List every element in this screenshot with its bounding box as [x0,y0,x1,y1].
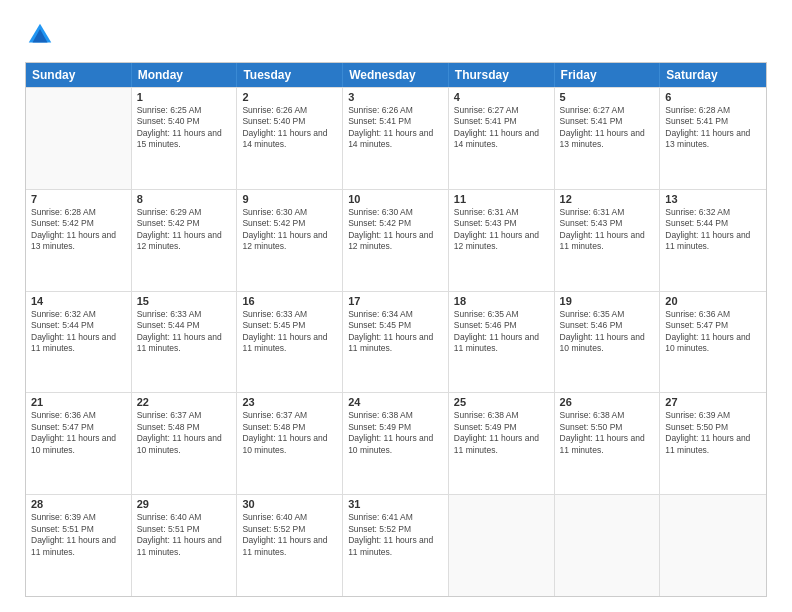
day-info: Sunrise: 6:39 AM Sunset: 5:51 PM Dayligh… [31,512,126,558]
day-info: Sunrise: 6:30 AM Sunset: 5:42 PM Dayligh… [348,207,443,253]
day-info: Sunrise: 6:35 AM Sunset: 5:46 PM Dayligh… [560,309,655,355]
cal-cell: 7Sunrise: 6:28 AM Sunset: 5:42 PM Daylig… [26,190,132,291]
cal-cell: 20Sunrise: 6:36 AM Sunset: 5:47 PM Dayli… [660,292,766,393]
cal-cell: 22Sunrise: 6:37 AM Sunset: 5:48 PM Dayli… [132,393,238,494]
day-number: 18 [454,295,549,307]
day-number: 19 [560,295,655,307]
day-number: 31 [348,498,443,510]
day-info: Sunrise: 6:27 AM Sunset: 5:41 PM Dayligh… [454,105,549,151]
cal-cell [555,495,661,596]
cal-cell: 14Sunrise: 6:32 AM Sunset: 5:44 PM Dayli… [26,292,132,393]
day-info: Sunrise: 6:38 AM Sunset: 5:49 PM Dayligh… [348,410,443,456]
day-number: 12 [560,193,655,205]
day-info: Sunrise: 6:26 AM Sunset: 5:40 PM Dayligh… [242,105,337,151]
day-number: 1 [137,91,232,103]
cal-cell: 16Sunrise: 6:33 AM Sunset: 5:45 PM Dayli… [237,292,343,393]
day-info: Sunrise: 6:38 AM Sunset: 5:50 PM Dayligh… [560,410,655,456]
header-cell-sunday: Sunday [26,63,132,87]
day-info: Sunrise: 6:38 AM Sunset: 5:49 PM Dayligh… [454,410,549,456]
day-info: Sunrise: 6:28 AM Sunset: 5:41 PM Dayligh… [665,105,761,151]
day-number: 21 [31,396,126,408]
calendar-header: SundayMondayTuesdayWednesdayThursdayFrid… [26,63,766,87]
day-info: Sunrise: 6:31 AM Sunset: 5:43 PM Dayligh… [454,207,549,253]
day-number: 10 [348,193,443,205]
cal-cell: 29Sunrise: 6:40 AM Sunset: 5:51 PM Dayli… [132,495,238,596]
day-number: 28 [31,498,126,510]
cal-cell: 10Sunrise: 6:30 AM Sunset: 5:42 PM Dayli… [343,190,449,291]
cal-cell: 24Sunrise: 6:38 AM Sunset: 5:49 PM Dayli… [343,393,449,494]
day-number: 29 [137,498,232,510]
day-info: Sunrise: 6:28 AM Sunset: 5:42 PM Dayligh… [31,207,126,253]
day-number: 25 [454,396,549,408]
day-number: 2 [242,91,337,103]
calendar-row-4: 28Sunrise: 6:39 AM Sunset: 5:51 PM Dayli… [26,494,766,596]
cal-cell: 4Sunrise: 6:27 AM Sunset: 5:41 PM Daylig… [449,88,555,189]
day-info: Sunrise: 6:26 AM Sunset: 5:41 PM Dayligh… [348,105,443,151]
cal-cell: 28Sunrise: 6:39 AM Sunset: 5:51 PM Dayli… [26,495,132,596]
calendar: SundayMondayTuesdayWednesdayThursdayFrid… [25,62,767,597]
day-info: Sunrise: 6:34 AM Sunset: 5:45 PM Dayligh… [348,309,443,355]
page: SundayMondayTuesdayWednesdayThursdayFrid… [0,0,792,612]
cal-cell: 31Sunrise: 6:41 AM Sunset: 5:52 PM Dayli… [343,495,449,596]
header [25,20,767,50]
day-number: 14 [31,295,126,307]
logo [25,20,59,50]
cal-cell: 3Sunrise: 6:26 AM Sunset: 5:41 PM Daylig… [343,88,449,189]
day-info: Sunrise: 6:27 AM Sunset: 5:41 PM Dayligh… [560,105,655,151]
header-cell-wednesday: Wednesday [343,63,449,87]
cal-cell [26,88,132,189]
day-info: Sunrise: 6:33 AM Sunset: 5:45 PM Dayligh… [242,309,337,355]
day-info: Sunrise: 6:41 AM Sunset: 5:52 PM Dayligh… [348,512,443,558]
day-number: 24 [348,396,443,408]
day-info: Sunrise: 6:31 AM Sunset: 5:43 PM Dayligh… [560,207,655,253]
day-number: 15 [137,295,232,307]
day-number: 26 [560,396,655,408]
calendar-row-3: 21Sunrise: 6:36 AM Sunset: 5:47 PM Dayli… [26,392,766,494]
day-number: 22 [137,396,232,408]
cal-cell: 25Sunrise: 6:38 AM Sunset: 5:49 PM Dayli… [449,393,555,494]
day-number: 7 [31,193,126,205]
calendar-row-2: 14Sunrise: 6:32 AM Sunset: 5:44 PM Dayli… [26,291,766,393]
day-info: Sunrise: 6:40 AM Sunset: 5:52 PM Dayligh… [242,512,337,558]
cal-cell [660,495,766,596]
day-info: Sunrise: 6:40 AM Sunset: 5:51 PM Dayligh… [137,512,232,558]
day-number: 13 [665,193,761,205]
cal-cell: 1Sunrise: 6:25 AM Sunset: 5:40 PM Daylig… [132,88,238,189]
day-number: 4 [454,91,549,103]
day-info: Sunrise: 6:37 AM Sunset: 5:48 PM Dayligh… [242,410,337,456]
day-info: Sunrise: 6:25 AM Sunset: 5:40 PM Dayligh… [137,105,232,151]
cal-cell: 17Sunrise: 6:34 AM Sunset: 5:45 PM Dayli… [343,292,449,393]
day-number: 3 [348,91,443,103]
calendar-body: 1Sunrise: 6:25 AM Sunset: 5:40 PM Daylig… [26,87,766,596]
day-info: Sunrise: 6:36 AM Sunset: 5:47 PM Dayligh… [31,410,126,456]
day-info: Sunrise: 6:29 AM Sunset: 5:42 PM Dayligh… [137,207,232,253]
day-number: 11 [454,193,549,205]
cal-cell: 21Sunrise: 6:36 AM Sunset: 5:47 PM Dayli… [26,393,132,494]
calendar-row-1: 7Sunrise: 6:28 AM Sunset: 5:42 PM Daylig… [26,189,766,291]
cal-cell: 15Sunrise: 6:33 AM Sunset: 5:44 PM Dayli… [132,292,238,393]
cal-cell: 12Sunrise: 6:31 AM Sunset: 5:43 PM Dayli… [555,190,661,291]
cal-cell: 30Sunrise: 6:40 AM Sunset: 5:52 PM Dayli… [237,495,343,596]
day-info: Sunrise: 6:32 AM Sunset: 5:44 PM Dayligh… [665,207,761,253]
day-info: Sunrise: 6:30 AM Sunset: 5:42 PM Dayligh… [242,207,337,253]
header-cell-tuesday: Tuesday [237,63,343,87]
logo-icon [25,20,55,50]
cal-cell [449,495,555,596]
header-cell-saturday: Saturday [660,63,766,87]
day-number: 27 [665,396,761,408]
cal-cell: 6Sunrise: 6:28 AM Sunset: 5:41 PM Daylig… [660,88,766,189]
day-number: 16 [242,295,337,307]
day-number: 6 [665,91,761,103]
cal-cell: 26Sunrise: 6:38 AM Sunset: 5:50 PM Dayli… [555,393,661,494]
header-cell-monday: Monday [132,63,238,87]
day-info: Sunrise: 6:33 AM Sunset: 5:44 PM Dayligh… [137,309,232,355]
cal-cell: 9Sunrise: 6:30 AM Sunset: 5:42 PM Daylig… [237,190,343,291]
day-info: Sunrise: 6:32 AM Sunset: 5:44 PM Dayligh… [31,309,126,355]
cal-cell: 23Sunrise: 6:37 AM Sunset: 5:48 PM Dayli… [237,393,343,494]
cal-cell: 18Sunrise: 6:35 AM Sunset: 5:46 PM Dayli… [449,292,555,393]
cal-cell: 8Sunrise: 6:29 AM Sunset: 5:42 PM Daylig… [132,190,238,291]
cal-cell: 11Sunrise: 6:31 AM Sunset: 5:43 PM Dayli… [449,190,555,291]
day-info: Sunrise: 6:35 AM Sunset: 5:46 PM Dayligh… [454,309,549,355]
cal-cell: 19Sunrise: 6:35 AM Sunset: 5:46 PM Dayli… [555,292,661,393]
calendar-row-0: 1Sunrise: 6:25 AM Sunset: 5:40 PM Daylig… [26,87,766,189]
